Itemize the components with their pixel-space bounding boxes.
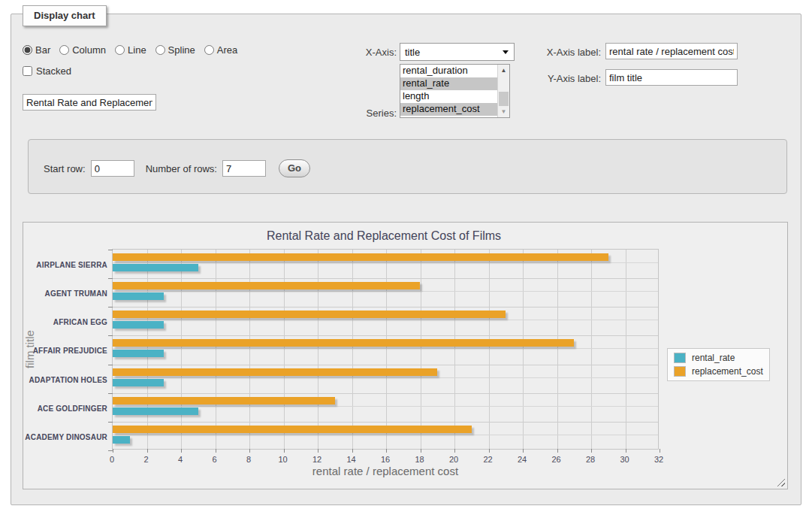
radio-icon[interactable]	[59, 45, 69, 55]
category-label: ADAPTATION HOLES	[25, 376, 107, 384]
go-button[interactable]: Go	[279, 159, 310, 177]
x-axis-title: rental rate / replacement cost	[112, 465, 659, 477]
x-tick-label: 14	[337, 455, 367, 464]
gridline	[386, 250, 387, 449]
stacked-checkbox-row[interactable]: Stacked	[23, 65, 71, 77]
x-tick-mark	[386, 449, 387, 453]
bar-rental_rate	[113, 264, 198, 271]
chart-title: Rental Rate and Replacement Cost of Film…	[23, 229, 744, 243]
chart-type-label: Bar	[35, 44, 50, 56]
gridline	[113, 435, 658, 435]
radio-icon[interactable]	[204, 45, 214, 55]
x-tick-mark	[352, 449, 353, 453]
x-tick-mark	[489, 449, 490, 453]
x-tick-label: 26	[542, 455, 572, 464]
x-tick-mark	[113, 449, 113, 453]
series-option-rental_rate[interactable]: rental_rate	[400, 77, 497, 90]
series-options: rental_durationrental_ratelengthreplacem…	[400, 65, 497, 117]
chart-type-radio-column[interactable]: Column	[59, 44, 106, 56]
series-option-length[interactable]: length	[400, 90, 497, 103]
category-label: AIRPLANE SIERRA	[25, 261, 107, 269]
gridline	[113, 262, 658, 263]
num-rows-label: Number of rows:	[146, 163, 217, 174]
x-tick-label: 22	[473, 455, 503, 464]
legend-entry: rental_rate	[672, 351, 765, 365]
x-tick-mark	[523, 449, 524, 453]
stacked-label: Stacked	[36, 65, 71, 77]
gridline	[113, 377, 658, 378]
gridline	[113, 278, 658, 279]
series-option-replacement_cost[interactable]: replacement_cost	[400, 103, 497, 116]
y-tick-mark	[108, 278, 113, 279]
gridline	[591, 250, 592, 449]
row-controls-panel: Start row: Number of rows: Go	[28, 139, 787, 194]
bar-replacement_cost	[113, 253, 608, 261]
chart-type-radio-group: BarColumnLineSplineArea	[23, 44, 243, 56]
x-axis-selected-value: title	[405, 47, 420, 58]
num-rows-input[interactable]	[222, 160, 266, 177]
bar-replacement_cost	[113, 426, 472, 433]
category-label: ACADEMY DINOSAUR	[25, 433, 107, 441]
scroll-up-icon[interactable]: ▲	[498, 65, 509, 76]
gridline	[113, 422, 658, 423]
gridline	[113, 291, 658, 292]
series-scrollbar[interactable]: ▲ ▼	[497, 65, 509, 117]
radio-icon[interactable]	[115, 45, 125, 55]
x-axis-label-input[interactable]	[605, 43, 738, 59]
x-tick-label: 12	[302, 455, 332, 464]
x-tick-mark	[660, 449, 660, 453]
y-axis-field-label: Y-Axis label:	[530, 73, 601, 84]
chart-type-radio-area[interactable]: Area	[204, 44, 237, 56]
chart-type-radio-spline[interactable]: Spline	[155, 44, 195, 56]
gridline	[454, 250, 455, 449]
y-tick-mark	[108, 393, 113, 394]
x-tick-mark	[591, 449, 592, 453]
gridline	[523, 250, 524, 449]
category-label: AGENT TRUMAN	[25, 289, 107, 298]
category-label: AFRICAN EGG	[25, 318, 107, 326]
gridline	[216, 250, 216, 449]
x-tick-label: 0	[97, 455, 127, 464]
x-axis-select[interactable]: title	[400, 43, 515, 61]
x-axis-select-label: X-Axis:	[346, 47, 397, 58]
start-row-input[interactable]	[91, 160, 134, 177]
x-tick-label: 20	[439, 455, 469, 464]
x-tick-label: 24	[507, 455, 537, 464]
y-tick-mark	[108, 335, 113, 336]
chart-type-radio-bar[interactable]: Bar	[23, 44, 50, 56]
y-axis-title: film title	[23, 312, 36, 387]
radio-icon[interactable]	[155, 45, 165, 55]
chart-type-radio-line[interactable]: Line	[115, 44, 146, 56]
y-tick-mark	[108, 365, 113, 365]
y-axis-label-input[interactable]	[605, 69, 738, 86]
plot-area	[112, 249, 659, 450]
legend-swatch-icon	[674, 366, 686, 377]
x-tick-mark	[216, 449, 216, 453]
fieldset-legend: Display chart	[23, 5, 107, 26]
series-option-rental_duration[interactable]: rental_duration	[400, 65, 497, 77]
bar-replacement_cost	[113, 339, 574, 347]
stacked-checkbox[interactable]	[23, 66, 32, 76]
chart-title-input[interactable]	[23, 94, 156, 111]
bar-rental_rate	[113, 321, 164, 329]
x-tick-mark	[318, 449, 318, 453]
gridline	[113, 348, 658, 349]
page: Display chart BarColumnLineSplineArea St…	[0, 0, 812, 512]
chevron-down-icon	[503, 50, 509, 54]
x-tick-label: 28	[575, 455, 605, 464]
gridline	[249, 250, 250, 449]
resize-grip-icon[interactable]	[777, 478, 785, 486]
chart-panel: Rental Rate and Replacement Cost of Film…	[23, 222, 788, 489]
x-tick-mark	[181, 449, 182, 453]
radio-icon[interactable]	[23, 45, 32, 55]
x-tick-label: 8	[234, 455, 264, 464]
x-tick-mark	[454, 449, 455, 453]
x-tick-mark	[557, 449, 558, 453]
bar-rental_rate	[113, 292, 164, 300]
gridline	[352, 250, 353, 449]
series-multiselect[interactable]: rental_durationrental_ratelengthreplacem…	[400, 64, 510, 118]
gridline	[113, 335, 658, 336]
y-tick-mark	[108, 422, 113, 423]
scroll-down-icon[interactable]: ▼	[498, 106, 509, 117]
category-label: AFFAIR PREJUDICE	[25, 347, 107, 355]
